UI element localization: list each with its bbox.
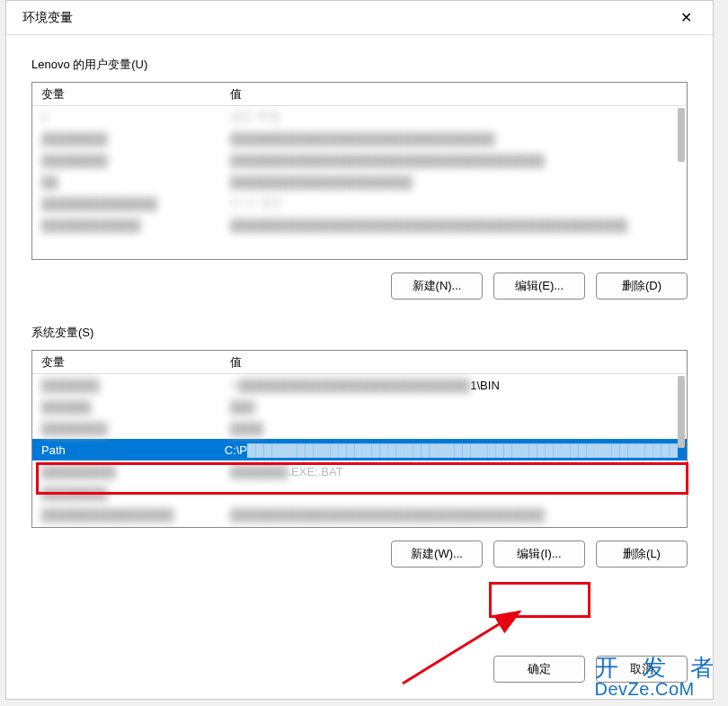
user-vars-buttons: 新建(N)... 编辑(E)... 删除(D): [31, 273, 688, 299]
user-vars-header: 变量 值: [32, 83, 687, 106]
sys-vars-header: 变量 值: [32, 351, 687, 374]
list-item[interactable]: ████████████████████████████████████████…: [32, 504, 687, 525]
list-item[interactable]: █████████: [32, 396, 687, 417]
scrollbar[interactable]: [678, 108, 685, 162]
user-new-button[interactable]: 新建(N)...: [391, 273, 483, 299]
user-delete-button[interactable]: 删除(D): [596, 273, 688, 299]
user-vars-list[interactable]: 变量 值 P语言 环境 ████████████████████████████…: [31, 82, 688, 260]
list-item-path[interactable]: PathC:\P████████████████████████████████…: [32, 439, 687, 460]
list-item[interactable]: ████████████████████████████████████████…: [32, 149, 687, 171]
list-item[interactable]: ███████D████████████████████████████1\BI…: [32, 374, 687, 396]
col-header-value[interactable]: 值: [221, 351, 687, 373]
footer-buttons: 确定 取消: [31, 638, 688, 683]
col-header-variable[interactable]: 变量: [32, 351, 221, 373]
list-item[interactable]: ████████████████████████: [32, 171, 687, 192]
scrollbar[interactable]: [678, 376, 685, 448]
cancel-button[interactable]: 取消: [596, 656, 688, 683]
ok-button[interactable]: 确定: [493, 656, 585, 683]
list-item[interactable]: ████████: [32, 482, 687, 504]
dialog-content: Lenovo 的用户变量(U) 变量 值 P语言 环境 ████████████…: [6, 35, 713, 699]
sys-new-button[interactable]: 新建(W)...: [391, 541, 483, 567]
list-item-truncated: tFIF Intel64 Family 6 Model 158 Stepping…: [32, 525, 687, 528]
sys-vars-label: 系统变量(S): [31, 325, 688, 341]
list-item[interactable]: ██████████████D:\ C 语言: [32, 192, 687, 214]
list-item[interactable]: ████████████: [32, 417, 687, 439]
titlebar: 环境变量 ✕: [6, 1, 713, 35]
sys-vars-body[interactable]: ███████D████████████████████████████1\BI…: [32, 374, 687, 527]
col-header-variable[interactable]: 变量: [32, 83, 221, 105]
sys-vars-buttons: 新建(W)... 编辑(I)... 删除(L): [31, 541, 688, 567]
dialog-title: 环境变量: [17, 10, 73, 26]
sys-delete-button[interactable]: 删除(L): [596, 541, 688, 567]
user-vars-label: Lenovo 的用户变量(U): [31, 57, 688, 73]
list-item[interactable]: ████████████████.EXE;.BAT: [32, 460, 687, 482]
env-vars-dialog: 环境变量 ✕ Lenovo 的用户变量(U) 变量 值 P语言 环境 █████…: [5, 0, 714, 700]
list-item[interactable]: P语言 环境: [32, 106, 687, 128]
user-edit-button[interactable]: 编辑(E)...: [493, 273, 585, 299]
list-item[interactable]: ████████████████████████████████████████…: [32, 214, 687, 236]
close-icon[interactable]: ✕: [670, 4, 702, 31]
col-header-value[interactable]: 值: [221, 83, 687, 105]
sys-edit-button[interactable]: 编辑(I)...: [493, 541, 585, 567]
user-vars-body[interactable]: P语言 环境 █████████████████████████████████…: [32, 106, 687, 259]
list-item[interactable]: ████████████████████████████████████████: [32, 128, 687, 149]
sys-vars-list[interactable]: 变量 值 ███████D███████████████████████████…: [31, 350, 688, 528]
